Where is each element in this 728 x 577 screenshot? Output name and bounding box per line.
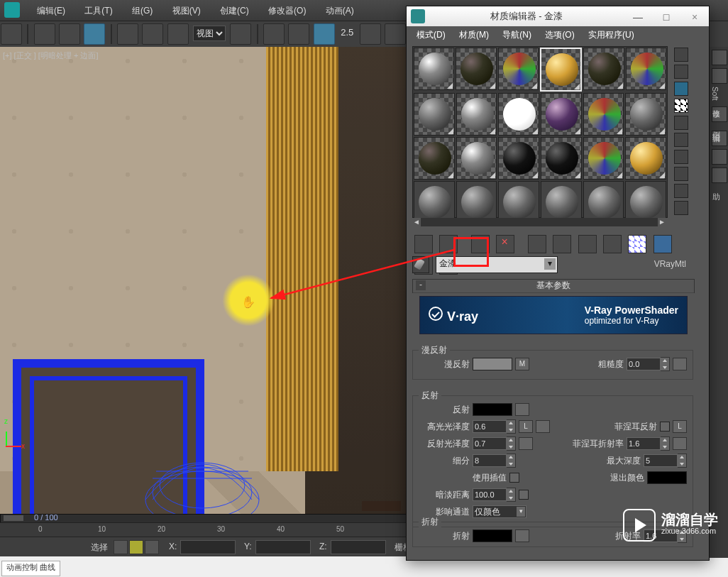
sample-slot[interactable] [583, 93, 624, 136]
roughness-map-button[interactable] [673, 358, 687, 370]
rollout-toggle-icon[interactable]: - [416, 280, 426, 290]
window-minimize-button[interactable]: — [624, 10, 652, 26]
menu-create[interactable]: 创建(C) [211, 0, 258, 21]
bottom-tab[interactable]: 动画控制 曲线 [1, 561, 60, 576]
refract-map-button[interactable] [515, 529, 529, 542]
menu-animation[interactable]: 动画(A) [317, 0, 363, 21]
window-close-button[interactable]: × [680, 10, 709, 26]
select-manipulate-icon[interactable] [263, 23, 285, 45]
utilities-tab-icon[interactable] [712, 167, 727, 183]
create-tab-icon[interactable] [712, 50, 727, 65]
angle-snap-icon[interactable] [360, 23, 381, 45]
sample-slot[interactable] [541, 181, 582, 224]
uv-tiling-icon[interactable] [674, 116, 688, 130]
lock-icon[interactable] [145, 540, 159, 554]
material-editor-window[interactable]: 材质编辑器 - 金漆 — □ × 模式(D) 材质(M) 导航(N) 选项(O)… [406, 6, 710, 561]
sample-slot[interactable] [625, 137, 666, 180]
select-object-icon[interactable] [1, 23, 22, 45]
menu-modifiers[interactable]: 修改器(O) [260, 0, 314, 21]
pick-material-icon[interactable] [412, 256, 429, 273]
dimdist-spinner[interactable] [473, 488, 516, 502]
material-id-icon[interactable] [674, 201, 688, 215]
refract-color-swatch[interactable] [473, 529, 512, 542]
show-end-result-icon[interactable] [653, 235, 672, 253]
sample-slot[interactable] [583, 137, 624, 180]
sample-scrollbar[interactable]: ◄ ► [412, 218, 666, 226]
menu-tools[interactable]: 工具(T) [76, 0, 121, 21]
material-type-button[interactable]: VRayMtl [654, 259, 686, 269]
sample-slot[interactable] [414, 48, 454, 90]
sample-slot[interactable] [414, 181, 455, 224]
percent-snap-icon[interactable] [385, 23, 406, 45]
timeline-thumb[interactable] [4, 515, 23, 521]
viewport[interactable]: [+] [正交 ] [明暗处理 + 边面] zx [0, 47, 408, 514]
mat-menu-material[interactable]: 材质(M) [453, 26, 495, 44]
sample-slot[interactable] [625, 93, 666, 136]
sample-slot[interactable] [541, 93, 582, 136]
fresnel-ior-spinner[interactable] [627, 436, 670, 451]
diffuse-map-button[interactable]: M [515, 358, 529, 370]
combo-arrow-icon[interactable]: ▾ [517, 507, 525, 517]
refl-gloss-spinner[interactable] [473, 436, 516, 451]
modify-tab-icon[interactable] [712, 68, 727, 84]
exitcolor-swatch[interactable] [647, 471, 687, 484]
pattern-bg-icon[interactable] [674, 99, 688, 113]
menu-views[interactable]: 视图(V) [164, 0, 209, 21]
sample-slot[interactable] [541, 137, 582, 180]
sample-slot[interactable] [456, 181, 497, 224]
make-copy-icon[interactable] [528, 235, 546, 253]
window-maximize-button[interactable]: □ [652, 10, 680, 26]
bulb-icon[interactable] [129, 540, 143, 554]
hilite-map-button[interactable] [536, 420, 550, 433]
rollout-header[interactable]: - 基本参数 [413, 280, 694, 293]
reflect-color-swatch[interactable] [473, 403, 512, 416]
fresnel-L-button[interactable]: L [673, 420, 687, 433]
keyboard-shortcut-icon[interactable] [288, 23, 309, 45]
move-icon[interactable] [117, 23, 138, 45]
hierarchy-tab-icon[interactable] [712, 106, 727, 122]
maxdepth-spinner[interactable] [644, 454, 687, 468]
sample-slot[interactable] [498, 93, 539, 136]
roughness-spinner[interactable] [627, 357, 670, 371]
key-icon[interactable] [114, 540, 128, 554]
selection-region-icon[interactable] [34, 23, 55, 45]
sample-slot[interactable] [498, 137, 539, 180]
sample-slot[interactable] [498, 48, 539, 90]
options-icon[interactable] [674, 167, 688, 181]
sample-slot-selected[interactable] [540, 48, 582, 92]
coord-z-input[interactable] [331, 540, 386, 554]
reset-map-icon[interactable]: × [496, 235, 514, 253]
diffuse-color-swatch[interactable] [473, 358, 512, 370]
viewport-label[interactable]: [+] [正交 ] [明暗处理 + 边面] [3, 50, 98, 61]
snap-toggle-icon[interactable] [314, 23, 335, 45]
hilite-gloss-spinner[interactable] [473, 419, 516, 434]
get-material-icon[interactable] [414, 235, 433, 253]
hilite-L-button[interactable]: L [519, 420, 533, 433]
sample-slot[interactable] [414, 137, 455, 180]
coord-y-input[interactable] [255, 540, 311, 554]
affect-channel-combo[interactable]: 仅颜色 ▾ [473, 505, 526, 518]
put-to-library-icon[interactable] [578, 235, 597, 253]
scale-icon[interactable] [167, 23, 189, 45]
sample-type-icon[interactable] [674, 48, 688, 62]
sample-slot[interactable] [625, 181, 666, 224]
sample-slot[interactable] [583, 48, 624, 90]
sample-slot[interactable] [498, 181, 539, 224]
useinterp-checkbox[interactable] [509, 473, 519, 483]
scroll-left-icon[interactable]: ◄ [412, 218, 421, 226]
sample-slot[interactable] [456, 48, 496, 90]
sample-slot[interactable] [414, 93, 455, 136]
make-preview-icon[interactable] [674, 150, 688, 164]
coord-x-input[interactable] [180, 540, 236, 554]
window-crossing-icon[interactable] [59, 23, 80, 45]
combo-arrow-icon[interactable]: ▾ [544, 258, 556, 270]
backlight-icon[interactable] [674, 65, 688, 79]
selection-filter-icon[interactable] [84, 23, 105, 45]
dimdist-checkbox[interactable] [519, 490, 529, 500]
background-icon[interactable] [674, 82, 688, 96]
sample-slot[interactable] [456, 93, 497, 136]
rotate-icon[interactable] [142, 23, 163, 45]
menu-group[interactable]: 组(G) [123, 0, 161, 21]
motion-tab-icon[interactable] [712, 131, 727, 146]
fresnel-checkbox[interactable] [660, 422, 670, 432]
